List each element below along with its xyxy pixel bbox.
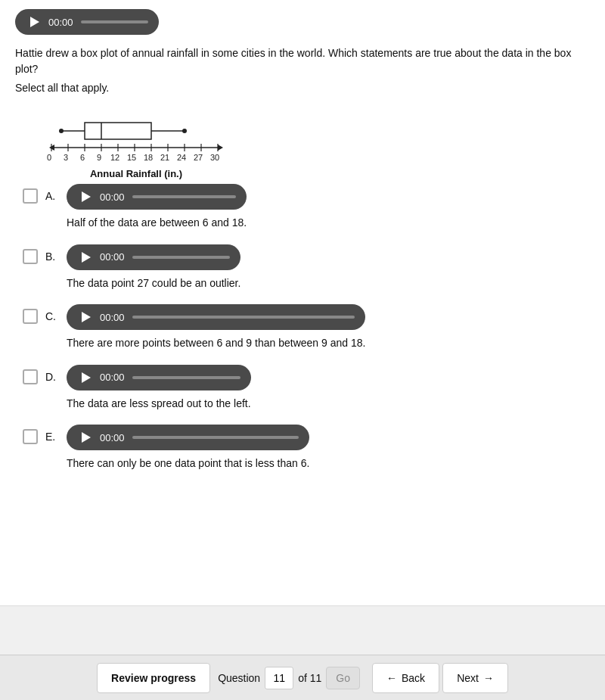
play-icon-d	[82, 372, 91, 383]
option-audio-a[interactable]: 00:00	[67, 184, 247, 210]
svg-rect-27	[85, 123, 151, 139]
play-button-c[interactable]	[77, 309, 94, 325]
play-button-a[interactable]	[77, 188, 94, 205]
next-button[interactable]: Next →	[442, 663, 508, 693]
option-label-c: C.	[45, 310, 59, 322]
option-text-a: Half of the data are between 6 and 18.	[67, 216, 247, 231]
audio-track-d[interactable]	[132, 376, 240, 379]
question-number-input[interactable]	[265, 667, 293, 689]
play-button-b[interactable]	[77, 249, 94, 266]
question-label: Question	[218, 672, 260, 684]
select-all-text: Select all that apply.	[15, 82, 590, 94]
svg-marker-2	[218, 145, 223, 151]
play-icon	[30, 17, 39, 27]
option-label-b: B.	[45, 250, 59, 263]
svg-text:6: 6	[80, 153, 85, 162]
svg-text:15: 15	[127, 153, 136, 162]
option-audio-time-d: 00:00	[100, 372, 126, 383]
play-button-d[interactable]	[77, 369, 94, 386]
option-content-b: 00:00 The data point 27 could be an outl…	[67, 244, 240, 291]
main-content: 00:00 Hattie drew a box plot of annual r…	[0, 0, 605, 605]
gray-spacer	[0, 605, 605, 655]
next-label: Next	[457, 672, 479, 684]
next-arrow-icon: →	[483, 672, 494, 684]
checkbox-box-e[interactable]	[23, 429, 38, 444]
back-label: Back	[402, 672, 425, 684]
go-button[interactable]: Go	[326, 667, 360, 689]
svg-text:21: 21	[160, 153, 169, 162]
boxplot-axis-label: Annual Rainfall (in.)	[45, 168, 227, 179]
play-button-e[interactable]	[77, 429, 94, 446]
option-audio-c[interactable]: 00:00	[67, 304, 365, 330]
option-text-b: The data point 27 could be an outlier.	[67, 276, 240, 291]
option-row-c: C. 00:00 There are more points between 6…	[15, 304, 590, 351]
svg-text:27: 27	[194, 153, 203, 162]
svg-text:9: 9	[97, 153, 101, 162]
option-audio-time-a: 00:00	[100, 191, 126, 203]
option-audio-time-b: 00:00	[100, 251, 126, 263]
svg-text:3: 3	[64, 153, 68, 162]
checkbox-e[interactable]	[23, 429, 38, 444]
svg-text:30: 30	[210, 153, 219, 162]
audio-track-a[interactable]	[132, 195, 236, 198]
svg-text:24: 24	[177, 153, 186, 162]
play-icon-a	[82, 191, 91, 202]
option-row-d: D. 00:00 The data are less spread out to…	[15, 365, 590, 412]
option-row-b: B. 00:00 The data point 27 could be an o…	[15, 244, 590, 291]
option-content-d: 00:00 The data are less spread out to th…	[67, 365, 251, 412]
audio-track-e[interactable]	[132, 436, 299, 439]
top-play-button[interactable]	[26, 14, 42, 30]
svg-text:18: 18	[144, 153, 153, 162]
option-text-e: There can only be one data point that is…	[67, 456, 309, 471]
option-row-a: A. 00:00 Half of the data are between 6 …	[15, 184, 590, 231]
back-button[interactable]: ← Back	[372, 663, 439, 693]
play-icon-e	[82, 432, 91, 443]
options-list: A. 00:00 Half of the data are between 6 …	[15, 184, 590, 471]
option-audio-time-e: 00:00	[100, 432, 126, 443]
checkbox-box-b[interactable]	[23, 249, 38, 264]
option-content-a: 00:00 Half of the data are between 6 and…	[67, 184, 247, 231]
checkbox-d[interactable]	[23, 369, 38, 384]
play-icon-c	[82, 312, 91, 322]
checkbox-box-c[interactable]	[23, 309, 38, 324]
option-text-c: There are more points between 6 and 9 th…	[67, 336, 365, 351]
svg-text:12: 12	[110, 153, 119, 162]
top-audio-time: 00:00	[48, 17, 75, 28]
checkbox-box-a[interactable]	[23, 188, 38, 204]
option-audio-time-c: 00:00	[100, 312, 126, 323]
audio-track-b[interactable]	[132, 256, 230, 259]
option-label-d: D.	[45, 371, 59, 383]
boxplot-svg: 0 3 6 9 12 15 18 21 24 27 30	[45, 106, 227, 163]
bottom-navigation-bar: Review progress Question of 11 Go ← Back…	[0, 655, 605, 700]
option-row-e: E. 00:00 There can only be one data poin…	[15, 425, 590, 471]
audio-track-c[interactable]	[132, 316, 355, 319]
svg-text:0: 0	[47, 153, 51, 162]
option-audio-e[interactable]: 00:00	[67, 425, 309, 450]
back-arrow-icon: ←	[386, 672, 397, 684]
option-audio-d[interactable]: 00:00	[67, 365, 251, 390]
checkbox-a[interactable]	[23, 188, 38, 204]
of-label: of 11	[298, 672, 321, 684]
boxplot-diagram: 0 3 6 9 12 15 18 21 24 27 30	[45, 106, 227, 179]
option-label-a: A.	[45, 190, 59, 202]
option-content-e: 00:00 There can only be one data point t…	[67, 425, 309, 471]
option-label-e: E.	[45, 431, 59, 443]
svg-point-30	[182, 129, 187, 133]
play-icon-b	[82, 252, 91, 263]
question-text: Hattie drew a box plot of annual rainfal…	[15, 45, 590, 77]
checkbox-box-d[interactable]	[23, 369, 38, 384]
option-audio-b[interactable]: 00:00	[67, 244, 240, 270]
question-navigation: Question of 11 Go	[218, 667, 360, 689]
checkbox-b[interactable]	[23, 249, 38, 264]
option-text-d: The data are less spread out to the left…	[67, 397, 251, 412]
top-audio-player[interactable]: 00:00	[15, 9, 159, 35]
checkbox-c[interactable]	[23, 309, 38, 324]
option-content-c: 00:00 There are more points between 6 an…	[67, 304, 365, 351]
top-audio-progress-track[interactable]	[81, 20, 148, 23]
review-progress-button[interactable]: Review progress	[97, 663, 210, 693]
